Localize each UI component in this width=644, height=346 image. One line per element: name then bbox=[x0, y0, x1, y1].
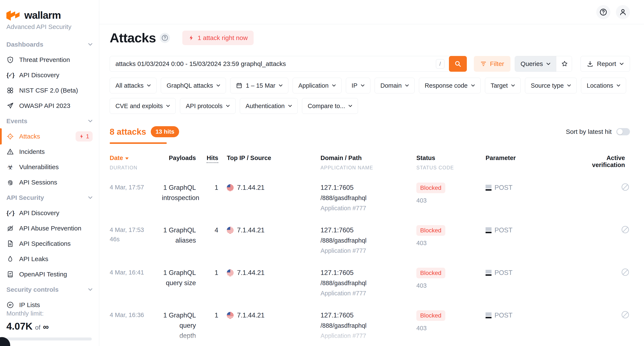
braces-check-icon: {✓} bbox=[6, 210, 14, 216]
sort-control: Sort by latest hit bbox=[566, 128, 630, 135]
monthly-limit-values: 4.07K of ∞ bbox=[6, 321, 92, 332]
attack-now-alert[interactable]: 1 attack right now bbox=[182, 31, 254, 45]
help-button[interactable] bbox=[596, 5, 610, 19]
cell-method: POST bbox=[494, 225, 512, 235]
table-row[interactable]: 4 Mar, 16:41 1 GraphQL query size 1 7.1.… bbox=[110, 268, 630, 298]
sidebar-item-threat-prevention[interactable]: Threat Prevention bbox=[6, 52, 93, 67]
sidebar-section-dashboards[interactable]: Dashboards bbox=[6, 37, 93, 52]
warning-triangle-icon bbox=[6, 148, 14, 155]
chip-label: API protocols bbox=[186, 103, 222, 110]
sidebar-item-incidents[interactable]: Incidents bbox=[6, 144, 93, 159]
search-button[interactable] bbox=[449, 56, 467, 72]
nav-label: API Discovery bbox=[19, 71, 59, 79]
results-bar: 8 attacks 13 hits Sort by latest hit bbox=[110, 126, 630, 137]
header-label: Date bbox=[110, 154, 123, 162]
cell-application: Application #777 bbox=[320, 246, 416, 256]
sidebar-item-api-sessions[interactable]: API Sessions bbox=[6, 175, 93, 190]
sidebar-item-api-specifications[interactable]: API Specifications bbox=[6, 236, 93, 251]
bot-off-icon bbox=[6, 225, 14, 232]
cell-payload: 1 GraphQL aliases bbox=[162, 225, 206, 246]
sidebar-item-vulnerabilities[interactable]: ☣ Vulnerabilities bbox=[6, 159, 93, 175]
status-badge: Blocked bbox=[416, 225, 445, 236]
sidebar-item-attacks[interactable]: Attacks 1 bbox=[6, 129, 93, 144]
sidebar-item-api-leaks[interactable]: API Leaks bbox=[6, 251, 93, 267]
disabled-slash-icon bbox=[621, 268, 630, 277]
user-button[interactable] bbox=[616, 5, 630, 19]
nav-label: Vulnerabilities bbox=[19, 163, 59, 171]
table-row[interactable]: 4 Mar, 17:57 1 GraphQL introspection 1 7… bbox=[110, 183, 630, 213]
chevron-down-icon bbox=[88, 196, 93, 199]
brand-name: wallarm bbox=[24, 9, 61, 21]
sidebar-item-api-discovery-2[interactable]: {✓} API Discovery bbox=[6, 205, 93, 221]
chevron-down-icon bbox=[279, 84, 282, 87]
sidebar-item-api-abuse-prevention[interactable]: API Abuse Prevention bbox=[6, 221, 93, 236]
filter-button[interactable]: Filter bbox=[474, 56, 511, 72]
chip-date-range[interactable]: 1 – 15 Mar bbox=[230, 78, 288, 93]
favorite-query-button[interactable] bbox=[556, 56, 572, 71]
chevron-down-icon bbox=[88, 120, 93, 123]
page-help-button[interactable] bbox=[160, 33, 170, 43]
column-header-top-ip: Top IP / Source bbox=[225, 154, 320, 162]
table-row[interactable]: 4 Mar, 17:5346s 1 GraphQL aliases 4 7.1.… bbox=[110, 225, 630, 256]
chip-label: GraphQL attacks bbox=[166, 82, 213, 89]
cell-hits: 1 bbox=[206, 268, 225, 278]
search-input[interactable] bbox=[110, 56, 466, 72]
cell-domain: 127.1:7605 bbox=[320, 310, 416, 321]
sidebar-section-events[interactable]: Events bbox=[6, 113, 93, 129]
chip-label: Application bbox=[298, 82, 328, 89]
queries-control: Queries bbox=[515, 56, 572, 72]
page-header: Attacks 1 attack right now bbox=[110, 30, 630, 45]
cell-active-verification bbox=[592, 268, 630, 277]
star-icon bbox=[561, 60, 568, 67]
sort-toggle[interactable] bbox=[616, 128, 630, 135]
us-flag-icon bbox=[227, 269, 234, 276]
chip-all-attacks[interactable]: All attacks bbox=[110, 78, 156, 93]
column-header-date[interactable]: Date bbox=[110, 154, 162, 162]
column-header-hits[interactable]: Hits bbox=[206, 154, 225, 163]
target-icon bbox=[6, 133, 14, 140]
cell-date: 4 Mar, 17:53 bbox=[110, 225, 162, 235]
chip-source-type[interactable]: Source type bbox=[525, 78, 577, 93]
table-row[interactable]: 4 Mar, 16:36 1 GraphQL query depth 1 7.1… bbox=[110, 310, 630, 341]
report-button[interactable]: Report bbox=[580, 56, 630, 72]
chip-response-code[interactable]: Response code bbox=[419, 78, 481, 93]
sidebar-item-nist-csf[interactable]: NIST CSF 2.0 (Beta) bbox=[6, 83, 93, 98]
chip-domain[interactable]: Domain bbox=[374, 78, 415, 93]
cell-path: /888/gasdfraphql bbox=[320, 193, 416, 203]
chevron-down-icon bbox=[511, 84, 515, 87]
chip-label: Domain bbox=[380, 82, 402, 89]
chevron-down-icon bbox=[216, 84, 220, 87]
book-check-icon bbox=[6, 271, 14, 278]
cell-domain: 127.1:7605 bbox=[320, 183, 416, 193]
nav-label: Attacks bbox=[19, 133, 40, 140]
chip-label: IP bbox=[352, 82, 357, 89]
chip-application[interactable]: Application bbox=[292, 78, 342, 93]
sidebar-item-openapi-testing[interactable]: OpenAPI Testing bbox=[6, 267, 93, 282]
hits-badge: 13 hits bbox=[151, 126, 179, 137]
nav-label: OWASP API 2023 bbox=[19, 102, 70, 109]
queries-button[interactable]: Queries bbox=[515, 56, 556, 71]
sidebar-item-owasp-api[interactable]: OWASP API 2023 bbox=[6, 98, 93, 113]
tab-attacks[interactable]: 8 attacks 13 hits bbox=[110, 126, 179, 137]
table-header: Date DURATION Payloads Hits Top IP / Sou… bbox=[110, 154, 630, 171]
chip-compare-to[interactable]: Compare to... bbox=[302, 98, 358, 114]
chip-ip[interactable]: IP bbox=[346, 78, 370, 93]
search-toolbar: / Filter Queries bbox=[110, 56, 630, 72]
cell-ip: 7.1.44.21 bbox=[237, 183, 264, 193]
chip-api-protocols[interactable]: API protocols bbox=[180, 98, 235, 114]
braces-check-icon: {✓} bbox=[6, 72, 14, 78]
filter-chips-row2: CVE and exploits API protocols Authentic… bbox=[110, 98, 630, 114]
filter-label: Filter bbox=[490, 60, 504, 67]
chip-locations[interactable]: Locations bbox=[581, 78, 626, 93]
nav-label: API Sessions bbox=[19, 179, 57, 186]
nav-label: OpenAPI Testing bbox=[19, 271, 67, 278]
chip-target[interactable]: Target bbox=[485, 78, 521, 93]
sidebar-item-api-discovery[interactable]: {✓} API Discovery bbox=[6, 67, 93, 83]
chip-cve-exploits[interactable]: CVE and exploits bbox=[110, 98, 176, 114]
chip-authentication[interactable]: Authentication bbox=[240, 98, 298, 114]
nav-label: API Abuse Prevention bbox=[19, 225, 81, 232]
section-label: Events bbox=[6, 117, 27, 125]
sidebar-section-api-security[interactable]: API Security bbox=[6, 190, 93, 205]
sidebar-section-security-controls[interactable]: Security controls bbox=[6, 282, 93, 297]
chip-graphql-attacks[interactable]: GraphQL attacks bbox=[161, 78, 226, 93]
